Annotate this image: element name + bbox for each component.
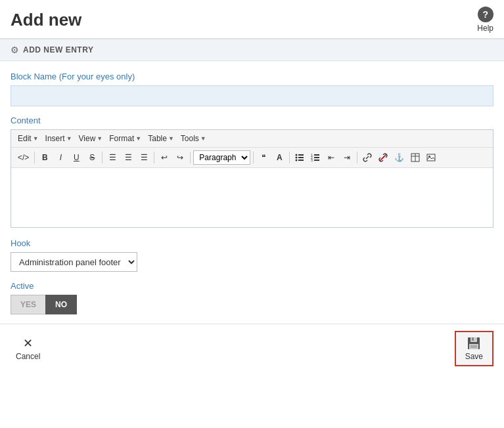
tb-undo[interactable]: ↩ (157, 150, 172, 165)
section-header-label: ADD NEW ENTRY (23, 45, 93, 54)
hook-label: Hook (11, 238, 493, 248)
ol-icon: 1. 2. 3. (311, 153, 320, 162)
tb-underline[interactable]: U (69, 150, 83, 165)
tb-align-right[interactable]: ☰ (137, 150, 151, 165)
paragraph-select[interactable]: Paragraph (193, 150, 250, 165)
svg-rect-11 (314, 160, 319, 161)
sep6 (289, 152, 290, 163)
tb-align-left[interactable]: ☰ (105, 150, 120, 165)
tb-image[interactable] (424, 150, 438, 165)
help-icon: ? (478, 7, 493, 22)
table-caret: ▼ (168, 135, 174, 142)
active-label: Active (11, 281, 493, 291)
svg-rect-16 (427, 154, 435, 161)
editor-menubar: Edit ▼ Insert ▼ View ▼ Format ▼ Table ▼ … (11, 130, 493, 148)
svg-rect-9 (314, 157, 319, 158)
menu-insert[interactable]: Insert ▼ (43, 133, 75, 144)
svg-point-4 (296, 160, 298, 161)
svg-rect-5 (298, 160, 304, 161)
sep4 (190, 152, 191, 163)
content-editor: Edit ▼ Insert ▼ View ▼ Format ▼ Table ▼ … (11, 129, 493, 228)
menu-format[interactable]: Format ▼ (106, 133, 144, 144)
insert-caret: ▼ (66, 135, 72, 142)
block-name-label: Block Name (For your eyes only) (11, 72, 493, 81)
tb-table[interactable] (408, 150, 423, 165)
link-icon (363, 153, 372, 162)
tb-ol[interactable]: 1. 2. 3. (308, 150, 323, 165)
tb-outdent[interactable]: ⇤ (324, 150, 338, 165)
tb-bold[interactable]: B (37, 150, 52, 165)
svg-rect-7 (314, 154, 319, 156)
svg-line-12 (380, 154, 386, 161)
form-footer: ✕ Cancel Save (0, 324, 504, 373)
ul-icon (295, 153, 304, 162)
editor-body[interactable] (11, 168, 493, 227)
tb-italic[interactable]: I (53, 150, 68, 165)
table-icon (411, 153, 420, 162)
toggle-yes-button[interactable]: YES (11, 295, 45, 314)
tb-anchor[interactable]: ⚓ (392, 150, 407, 165)
view-caret: ▼ (97, 135, 103, 142)
edit-caret: ▼ (33, 135, 39, 142)
tb-code[interactable]: </> (15, 150, 32, 165)
tb-redo[interactable]: ↪ (173, 150, 187, 165)
active-toggle-group: YES NO (11, 295, 493, 314)
tb-align-center[interactable]: ☰ (121, 150, 135, 165)
page-header: Add new ? Help (0, 0, 504, 39)
menu-table[interactable]: Table ▼ (145, 133, 177, 144)
cancel-button[interactable]: ✕ Cancel (11, 333, 45, 364)
tb-ul[interactable] (292, 150, 307, 165)
cancel-label: Cancel (16, 352, 40, 361)
menu-edit[interactable]: Edit ▼ (15, 133, 41, 144)
image-icon (426, 153, 436, 162)
svg-point-0 (296, 154, 298, 156)
hook-section: Hook Administration panel footer Header … (0, 238, 504, 272)
section-header-bar: ⚙ ADD NEW ENTRY (0, 39, 504, 61)
tb-format-a[interactable]: A (272, 150, 286, 165)
sep3 (154, 152, 154, 163)
help-label: Help (477, 24, 493, 33)
tools-caret: ▼ (200, 135, 206, 142)
hook-select[interactable]: Administration panel footer Header Foote… (11, 252, 137, 272)
cancel-icon: ✕ (23, 336, 33, 351)
form-area: Block Name (For your eyes only) Content … (0, 61, 504, 238)
help-button[interactable]: ? Help (477, 7, 493, 33)
svg-rect-1 (298, 154, 304, 156)
menu-view[interactable]: View ▼ (76, 133, 106, 144)
page-title: Add new (11, 10, 81, 30)
tb-strikethrough[interactable]: S (85, 150, 99, 165)
svg-text:3.: 3. (311, 158, 313, 162)
sep7 (357, 152, 357, 163)
content-label: Content (11, 116, 493, 125)
unlink-icon (378, 153, 388, 162)
svg-rect-22 (470, 345, 477, 348)
active-section: Active YES NO (0, 281, 504, 314)
toggle-no-button[interactable]: NO (45, 295, 77, 314)
format-caret: ▼ (135, 135, 141, 142)
sep5 (253, 152, 254, 163)
tb-indent[interactable]: ⇥ (340, 150, 354, 165)
sep1 (34, 152, 35, 163)
editor-toolbar: </> B I U S ☰ ☰ ☰ ↩ ↪ Paragraph ❝ A (11, 148, 493, 168)
gear-icon: ⚙ (11, 45, 19, 55)
tb-link[interactable] (360, 150, 375, 165)
svg-rect-20 (472, 337, 474, 341)
tb-unlink[interactable] (376, 150, 390, 165)
save-icon (467, 336, 481, 351)
tb-blockquote[interactable]: ❝ (256, 150, 271, 165)
save-label: Save (465, 352, 483, 361)
save-button[interactable]: Save (455, 331, 493, 366)
svg-point-2 (296, 157, 298, 159)
block-name-input[interactable] (11, 85, 493, 106)
svg-rect-3 (298, 157, 304, 158)
sep2 (102, 152, 103, 163)
menu-tools[interactable]: Tools ▼ (178, 133, 209, 144)
